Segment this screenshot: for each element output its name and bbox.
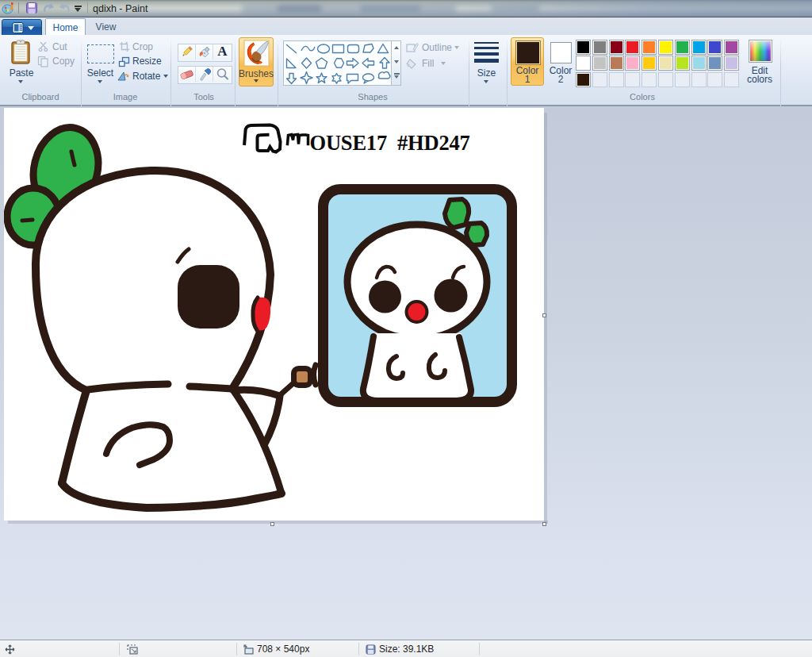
svg-text:OUSE17 #HD247: OUSE17 #HD247	[310, 131, 470, 155]
